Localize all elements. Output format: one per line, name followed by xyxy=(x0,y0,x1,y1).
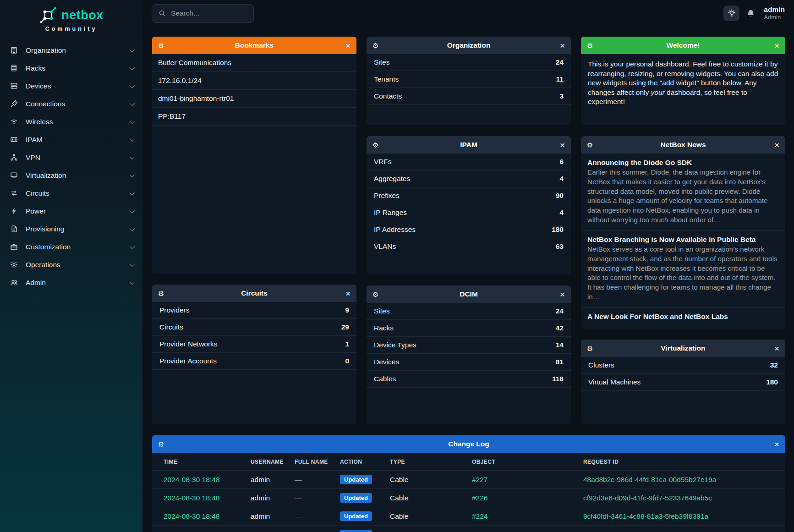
sidebar-item-admin[interactable]: Admin xyxy=(0,274,142,291)
column-header-action[interactable]: Action xyxy=(336,453,386,470)
change-object-link[interactable]: #227 xyxy=(472,476,487,483)
sidebar-item-wireless[interactable]: Wireless xyxy=(0,113,142,131)
sidebar-item-virtualization[interactable]: Virtualization xyxy=(0,166,142,184)
search-box[interactable] xyxy=(152,4,254,23)
change-request-id-link[interactable]: 9cf40fdf-3461-4c88-81a3-5feb39f8391a xyxy=(583,512,708,520)
change-request-id-link[interactable]: cf92d3e6-d09d-41fc-9fd7-52337649ab5c xyxy=(583,494,712,502)
column-header-username[interactable]: Username xyxy=(247,453,291,470)
stat-count: 32 xyxy=(770,361,778,369)
column-header-object[interactable]: Object xyxy=(468,453,580,470)
sidebar-item-customization[interactable]: Customization xyxy=(0,238,142,256)
stat-label-link-provider-networks[interactable]: Provider Networks xyxy=(159,340,218,348)
news-body: Earlier this summer, Diode, the data ing… xyxy=(587,168,779,225)
bookmark-link-pp-b117[interactable]: PP:B117 xyxy=(152,108,356,126)
news-headline-link[interactable]: Announcing the Diode Go SDK xyxy=(587,159,779,167)
sidebar-item-racks[interactable]: Racks xyxy=(0,59,142,77)
change-time-link[interactable]: 2024-08-30 18:47 xyxy=(164,531,219,532)
column-header-type[interactable]: Type xyxy=(386,453,468,470)
stat-label-link-tenants[interactable]: Tenants xyxy=(374,75,399,83)
sidebar-item-provisioning[interactable]: Provisioning xyxy=(0,220,142,238)
brand[interactable]: netbox Community xyxy=(0,0,142,36)
close-icon[interactable]: × xyxy=(774,141,779,149)
stat-label-link-racks[interactable]: Racks xyxy=(374,324,394,332)
stat-label-link-sites[interactable]: Sites xyxy=(374,58,389,66)
stat-count: 81 xyxy=(556,358,564,366)
change-time-link[interactable]: 2024-08-30 18:48 xyxy=(164,494,219,502)
gear-icon[interactable]: ⚙ xyxy=(372,42,378,49)
user-menu[interactable]: admin Admin xyxy=(762,5,785,21)
sidebar-item-connections[interactable]: Connections xyxy=(0,95,142,113)
gear-icon[interactable]: ⚙ xyxy=(158,441,164,448)
stat-label-link-devices[interactable]: Devices xyxy=(374,358,399,366)
sidebar-item-organization[interactable]: Organization xyxy=(0,41,142,59)
close-icon[interactable]: × xyxy=(560,141,565,149)
close-icon[interactable]: × xyxy=(560,290,565,299)
stat-label-link-ip-addresses[interactable]: IP Addresses xyxy=(374,225,416,234)
gear-icon[interactable]: ⚙ xyxy=(158,42,164,49)
user-name: admin xyxy=(764,5,785,14)
column-header-request-id[interactable]: Request ID xyxy=(580,453,781,470)
close-icon[interactable]: × xyxy=(774,440,779,449)
sidebar-item-vpn[interactable]: VPN xyxy=(0,148,142,166)
theme-toggle-button[interactable] xyxy=(723,5,739,21)
change-time-link[interactable]: 2024-08-30 18:48 xyxy=(164,476,219,483)
sidebar-item-ipam[interactable]: IPAM xyxy=(0,131,142,148)
stat-count: 0 xyxy=(345,357,349,365)
stat-count: 24 xyxy=(556,307,564,315)
sidebar-item-label: Devices xyxy=(26,82,51,90)
stat-label-link-vrfs[interactable]: VRFs xyxy=(374,158,392,166)
stat-label-link-ip-ranges[interactable]: IP Ranges xyxy=(374,208,407,217)
news-headline-link[interactable]: NetBox Branching is Now Available in Pub… xyxy=(587,236,779,244)
widget-title: Circuits xyxy=(152,289,356,297)
action-badge: Updated xyxy=(340,475,372,484)
chevron-down-icon xyxy=(130,243,135,248)
stat-label-link-clusters[interactable]: Clusters xyxy=(588,361,614,369)
news-headline-link[interactable]: A New Look For NetBox and NetBox Labs xyxy=(587,313,779,321)
sidebar-nav: Organization Racks Devices Co xyxy=(0,36,142,297)
change-time-link[interactable]: 2024-08-30 18:48 xyxy=(164,512,219,520)
close-icon[interactable]: × xyxy=(774,41,779,50)
bookmark-link-dmi01-binghamton-rtr01[interactable]: dmi01-binghamton-rtr01 xyxy=(152,90,356,108)
change-object-link[interactable]: #226 xyxy=(472,494,487,502)
gear-icon[interactable]: ⚙ xyxy=(587,42,593,49)
sidebar-item-devices[interactable]: Devices xyxy=(0,77,142,95)
close-icon[interactable]: × xyxy=(560,41,565,50)
stat-label-link-contacts[interactable]: Contacts xyxy=(374,92,402,100)
gear-icon[interactable]: ⚙ xyxy=(587,345,593,352)
stat-label-link-device-types[interactable]: Device Types xyxy=(374,341,416,349)
gear-icon[interactable]: ⚙ xyxy=(158,290,164,297)
stat-row: Racks 42 xyxy=(367,320,571,337)
stat-label-link-prefixes[interactable]: Prefixes xyxy=(374,192,400,200)
change-request-id-link[interactable]: 7c3c4c3a-aaa0-47f2-89f6-f89291a907c2 xyxy=(583,531,712,532)
close-icon[interactable]: × xyxy=(774,344,779,353)
sidebar-item-power[interactable]: Power xyxy=(0,202,142,220)
sidebar-item-circuits[interactable]: Circuits xyxy=(0,184,142,202)
stat-label-link-providers[interactable]: Providers xyxy=(159,306,189,314)
gear-icon[interactable]: ⚙ xyxy=(372,142,378,148)
change-request-id-link[interactable]: 48ad8b2c-986d-44fd-81ca-00d55b27e19a xyxy=(583,476,716,483)
notifications-bell-icon[interactable] xyxy=(746,9,755,18)
stat-label-link-virtual-machines[interactable]: Virtual Machines xyxy=(588,378,641,386)
gear-icon[interactable]: ⚙ xyxy=(587,142,593,148)
sidebar-item-label: Wireless xyxy=(26,118,53,126)
column-header-time[interactable]: Time xyxy=(160,453,247,470)
bookmark-link-butler-communications[interactable]: Butler Communications xyxy=(152,54,356,72)
sidebar-item-operations[interactable]: Operations xyxy=(0,256,142,274)
widget-change-log: ⚙ Change Log × Time Username Full Name A… xyxy=(152,435,785,532)
change-object-link[interactable]: #224 xyxy=(472,531,487,532)
stat-label-link-aggregates[interactable]: Aggregates xyxy=(374,175,410,183)
search-input[interactable] xyxy=(171,9,247,17)
stat-label-link-vlans[interactable]: VLANs xyxy=(374,242,396,251)
gear-icon[interactable]: ⚙ xyxy=(372,291,378,298)
close-icon[interactable]: × xyxy=(345,41,350,50)
stat-label-link-circuits[interactable]: Circuits xyxy=(159,323,183,331)
bookmark-link-172-16-0-1-24[interactable]: 172.16.0.1/24 xyxy=(152,72,356,90)
stat-label-link-sites[interactable]: Sites xyxy=(374,307,389,315)
close-icon[interactable]: × xyxy=(345,289,350,298)
widget-virtualization-header: ⚙ Virtualization × xyxy=(581,340,785,357)
stat-count: 4 xyxy=(559,208,564,217)
change-object-link[interactable]: #224 xyxy=(472,512,487,520)
light-bulb-icon xyxy=(728,9,736,17)
stat-label-link-provider-accounts[interactable]: Provider Accounts xyxy=(159,357,217,365)
stat-label-link-cables[interactable]: Cables xyxy=(374,375,396,383)
